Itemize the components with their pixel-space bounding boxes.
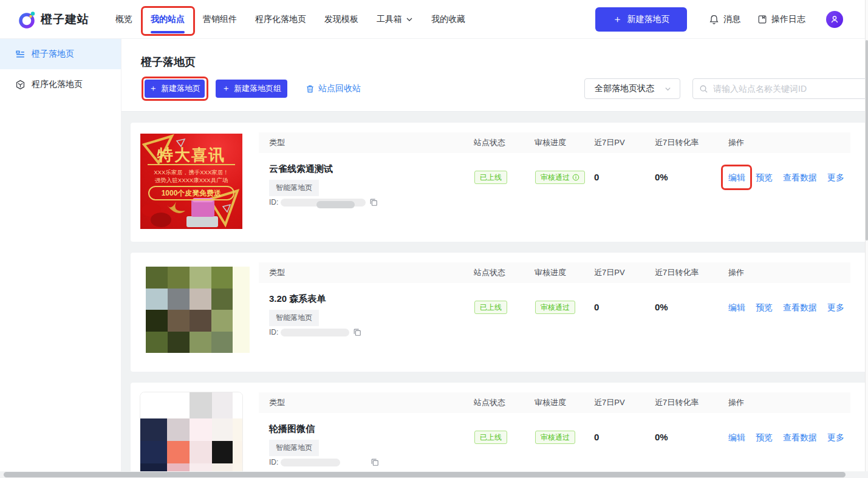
pv-value: 0 (594, 432, 599, 442)
site-recycle-bin-link[interactable]: 站点回收站 (306, 83, 361, 94)
site-type-tag: 智能落地页 (269, 440, 319, 456)
cvr-value: 0% (655, 432, 668, 442)
new-landing-page-group-button[interactable]: ＋ 新建落地页组 (216, 80, 287, 98)
action-view-data[interactable]: 查看数据 (783, 172, 817, 183)
promo-headline: 特大喜讯 (140, 145, 242, 166)
page-title: 橙子落地页 (141, 55, 196, 69)
column-header-1: 站点状态 (474, 262, 505, 283)
copy-icon[interactable] (371, 458, 379, 466)
app-root: 橙子建站 概览我的站点营销组件程序化落地页发现模板工具箱我的收藏 ＋ 新建落地页… (0, 0, 868, 478)
topbar: 橙子建站 概览我的站点营销组件程序化落地页发现模板工具箱我的收藏 ＋ 新建落地页… (0, 0, 868, 39)
trash-icon (306, 84, 315, 94)
site-id-row: ID: (269, 457, 379, 468)
site-thumbnail[interactable]: 特大喜讯XXX乐家居，携手XXX家居！强势入驻XXXX康XXX具广场1000个皮… (140, 134, 242, 229)
site-id-row: ID: (269, 197, 378, 208)
site-thumbnail[interactable] (146, 267, 250, 353)
action-edit[interactable]: 编辑 (728, 172, 745, 183)
horizontal-scrollbar-track (0, 471, 868, 478)
sidebar-item-0[interactable]: 橙子落地页 (0, 39, 121, 69)
horizontal-scrollbar-thumb[interactable] (4, 472, 846, 477)
nav-item-label: 工具箱 (377, 14, 402, 25)
site-list: 特大喜讯XXX乐家居，携手XXX家居！强势入驻XXXX康XXX具广场1000个皮… (121, 112, 868, 478)
nav-item-label: 概览 (115, 14, 132, 25)
site-name: 云雀线索通测试 (269, 163, 333, 175)
promo-subtitle: XXX乐家居，携手XXX家居！强势入驻XXXX康XXX具广场 (143, 169, 240, 185)
table-header-row: 类型站点状态审核进度近7日PV近7日转化率操作 (259, 262, 850, 283)
operation-log-link[interactable]: 操作日志 (757, 0, 805, 39)
status-badge: 已上线 (474, 431, 507, 444)
column-header-4: 近7日转化率 (655, 132, 699, 153)
nav-item-4[interactable]: 发现模板 (324, 0, 358, 39)
site-thumbnail[interactable] (140, 392, 243, 478)
site-name: 3.20 森系表单 (269, 293, 326, 305)
nav-item-2[interactable]: 营销组件 (203, 0, 237, 39)
orange-logo-icon (18, 10, 36, 29)
search-input[interactable] (713, 84, 853, 94)
nav-item-6[interactable]: 我的收藏 (431, 0, 465, 39)
sidebar-item-label: 橙子落地页 (32, 49, 74, 60)
plus-icon: ＋ (613, 13, 623, 26)
site-id-label: ID: (269, 328, 278, 336)
chevron-down-icon (406, 16, 413, 23)
sidebar-item-1[interactable]: 程序化落地页 (0, 69, 121, 100)
site-card: 类型站点状态审核进度近7日PV近7日转化率操作 3.20 森系表单 智能落地页 … (131, 253, 868, 372)
site-name: 轮播图微信 (269, 423, 315, 435)
table-header-row: 类型站点状态审核进度近7日PV近7日转化率操作 (259, 132, 850, 153)
action-edit[interactable]: 编辑 (728, 432, 745, 443)
action-preview[interactable]: 预览 (756, 302, 773, 313)
nav-item-label: 我的收藏 (431, 14, 465, 25)
action-preview[interactable]: 预览 (756, 432, 773, 443)
row-actions: 编辑预览查看数据更多 (728, 432, 844, 443)
action-edit[interactable]: 编辑 (728, 302, 745, 313)
sidebar: 橙子落地页程序化落地页 (0, 39, 121, 478)
row-actions: 编辑预览查看数据更多 (728, 302, 844, 313)
nav-item-label: 我的站点 (151, 14, 185, 25)
column-header-3: 近7日PV (594, 262, 625, 283)
action-preview[interactable]: 预览 (756, 172, 773, 183)
cvr-value: 0% (655, 172, 668, 182)
main-nav: 概览我的站点营销组件程序化落地页发现模板工具箱我的收藏 (115, 0, 465, 39)
new-landing-page-button[interactable]: ＋ 新建落地页 (145, 80, 205, 98)
new-landing-page-button-top[interactable]: ＋ 新建落地页 (595, 7, 687, 32)
messages-link[interactable]: 消息 (709, 0, 740, 39)
redacted-site-id (281, 329, 349, 336)
nav-item-5[interactable]: 工具箱 (377, 0, 413, 39)
action-more[interactable]: 更多 (827, 172, 844, 183)
brand-logo[interactable]: 橙子建站 (18, 0, 89, 39)
status-filter-select[interactable]: 全部落地页状态 (584, 78, 680, 99)
copy-icon[interactable] (369, 198, 378, 207)
hexagon-icon (15, 80, 26, 90)
info-icon (572, 174, 579, 181)
action-more[interactable]: 更多 (827, 302, 844, 313)
promo-pill: 1000个皮凳免费送 (148, 186, 234, 200)
action-more[interactable]: 更多 (827, 432, 844, 443)
vertical-scrollbar-thumb[interactable] (866, 40, 868, 241)
vertical-scrollbar-track (865, 0, 868, 478)
nav-item-label: 发现模板 (324, 14, 358, 25)
column-header-2: 审核进度 (535, 262, 566, 283)
journal-icon (757, 15, 767, 24)
copy-icon[interactable] (353, 328, 361, 336)
status-badge: 已上线 (474, 301, 507, 314)
action-view-data[interactable]: 查看数据 (783, 432, 817, 443)
nav-item-1[interactable]: 我的站点 (151, 0, 185, 39)
action-view-data[interactable]: 查看数据 (783, 302, 817, 313)
column-header-0: 类型 (269, 392, 285, 413)
site-card: 特大喜讯XXX乐家居，携手XXX家居！强势入驻XXXX康XXX具广场1000个皮… (131, 123, 868, 242)
plus-icon: ＋ (222, 83, 230, 94)
column-header-1: 站点状态 (474, 392, 505, 413)
cvr-value: 0% (655, 302, 668, 312)
site-type-tag: 智能落地页 (269, 180, 319, 196)
user-avatar[interactable] (826, 11, 843, 28)
active-tab-underline (151, 31, 185, 33)
column-header-2: 审核进度 (535, 132, 566, 153)
sidebar-item-label: 程序化落地页 (32, 79, 83, 90)
nav-item-0[interactable]: 概览 (115, 0, 132, 39)
column-header-0: 类型 (269, 262, 285, 283)
nav-item-3[interactable]: 程序化落地页 (255, 0, 306, 39)
brand-name: 橙子建站 (41, 12, 89, 27)
bell-icon (709, 15, 719, 25)
column-header-4: 近7日转化率 (655, 392, 699, 413)
pv-value: 0 (594, 302, 599, 312)
column-header-4: 近7日转化率 (655, 262, 699, 283)
